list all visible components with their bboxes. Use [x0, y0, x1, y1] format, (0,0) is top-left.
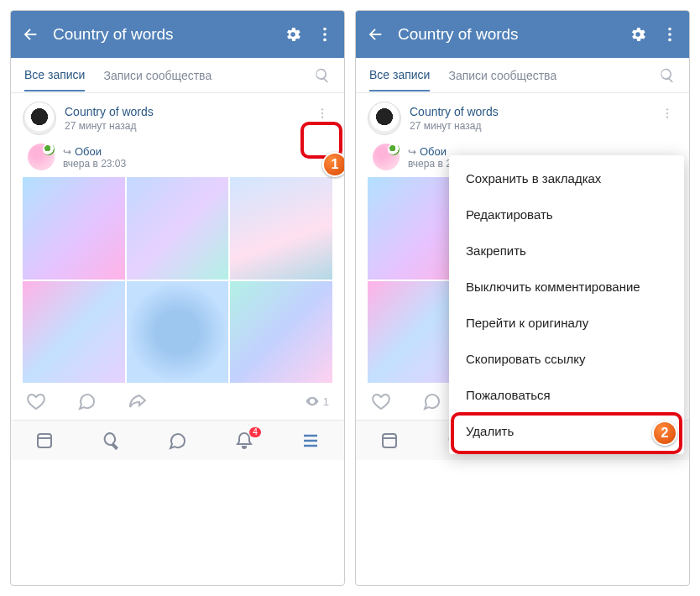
nav-messages-icon[interactable] [167, 431, 187, 451]
svg-point-9 [668, 33, 671, 36]
photo-tile[interactable] [230, 281, 332, 384]
notif-badge: 4 [249, 427, 261, 437]
avatar[interactable] [23, 102, 56, 135]
search-icon[interactable] [659, 67, 676, 84]
menu-delete[interactable]: Удалить [449, 413, 684, 449]
screen-right: Country of words Все записи Записи сообщ… [355, 10, 690, 586]
wall-tabs: Все записи Записи сообщества [356, 58, 689, 93]
photo-tile[interactable] [23, 177, 125, 280]
repost-avatar[interactable] [28, 144, 55, 170]
post-menu-button[interactable] [312, 103, 332, 123]
photo-tile[interactable] [127, 177, 229, 280]
menu-go-original[interactable]: Перейти к оригиналу [449, 305, 684, 341]
nav-news-icon[interactable] [379, 431, 400, 451]
post-menu-button[interactable] [657, 103, 677, 123]
back-icon[interactable] [21, 25, 39, 44]
post-timestamp: 27 минут назад [410, 120, 499, 132]
repost-icon: ↪ [63, 146, 71, 158]
svg-rect-6 [38, 434, 51, 447]
search-icon[interactable] [314, 67, 331, 84]
gear-icon[interactable] [284, 25, 302, 44]
like-icon[interactable] [371, 391, 391, 411]
app-header: Country of words [11, 11, 344, 58]
svg-point-12 [666, 112, 668, 114]
tab-all-posts[interactable]: Все записи [369, 68, 430, 91]
annotation-number-1: 1 [322, 152, 345, 177]
tab-all-posts[interactable]: Все записи [24, 68, 85, 91]
post-author[interactable]: Country of words [410, 105, 499, 118]
more-vert-icon[interactable] [316, 25, 334, 44]
repost-icon: ↪ [408, 146, 416, 158]
tab-community-posts[interactable]: Записи сообщества [103, 69, 212, 91]
svg-point-13 [666, 116, 668, 118]
nav-menu-icon[interactable] [300, 431, 321, 451]
photo-tile[interactable] [230, 177, 332, 280]
post-header: Country of words 27 минут назад [23, 102, 332, 135]
svg-point-11 [666, 108, 668, 110]
menu-comments-off[interactable]: Выключить комментирование [449, 269, 684, 305]
gear-icon[interactable] [629, 25, 647, 44]
repost-source[interactable]: Обои [420, 145, 447, 158]
repost-header: ↪Обои вчера в 23:03 [28, 144, 332, 170]
menu-pin[interactable]: Закрепить [449, 233, 684, 269]
nav-search-icon[interactable] [101, 431, 121, 451]
menu-copy-link[interactable]: Скопировать ссылку [449, 341, 684, 377]
back-icon[interactable] [366, 25, 384, 44]
svg-point-2 [323, 39, 326, 42]
more-vert-icon[interactable] [661, 25, 679, 44]
page-title: Country of words [53, 25, 270, 44]
app-header: Country of words [356, 11, 689, 58]
share-icon[interactable] [127, 391, 149, 411]
wall-post: Country of words 27 минут назад ↪Обои вч… [11, 93, 344, 383]
photo-tile[interactable] [23, 281, 125, 384]
menu-report[interactable]: Пожаловаться [449, 377, 684, 413]
repost-timestamp: вчера в 23:03 [63, 158, 126, 170]
svg-point-5 [321, 116, 323, 118]
view-count: 1 [305, 394, 329, 409]
repost-source[interactable]: Обои [75, 145, 102, 158]
photo-tile[interactable] [127, 281, 229, 384]
like-icon[interactable] [26, 391, 46, 411]
post-timestamp: 27 минут назад [65, 120, 154, 132]
svg-rect-14 [383, 434, 396, 447]
svg-point-3 [321, 108, 323, 110]
nav-news-icon[interactable] [34, 431, 55, 451]
page-title: Country of words [398, 25, 615, 44]
post-header: Country of words 27 минут назад [368, 102, 677, 135]
tab-community-posts[interactable]: Записи сообщества [448, 69, 556, 91]
photo-grid[interactable] [23, 177, 332, 383]
svg-point-1 [323, 33, 326, 36]
bottom-nav: 4 [11, 420, 344, 460]
post-context-menu: Сохранить в закладках Редактировать Закр… [449, 155, 684, 454]
nav-notifications-icon[interactable]: 4 [234, 431, 254, 451]
post-actions: 1 [11, 383, 344, 420]
avatar[interactable] [368, 102, 401, 135]
svg-point-4 [321, 112, 323, 114]
comment-icon[interactable] [76, 391, 97, 411]
annotation-number-2: 2 [652, 421, 677, 446]
svg-point-10 [668, 39, 671, 42]
post-author[interactable]: Country of words [65, 105, 154, 118]
menu-edit[interactable]: Редактировать [449, 196, 684, 233]
wall-tabs: Все записи Записи сообщества [11, 58, 344, 93]
repost-avatar[interactable] [373, 144, 400, 170]
svg-point-0 [323, 28, 326, 31]
menu-bookmark[interactable]: Сохранить в закладках [449, 160, 684, 196]
screen-left: Country of words Все записи Записи сообщ… [10, 10, 345, 586]
svg-point-8 [668, 28, 671, 31]
comment-icon[interactable] [421, 391, 441, 411]
